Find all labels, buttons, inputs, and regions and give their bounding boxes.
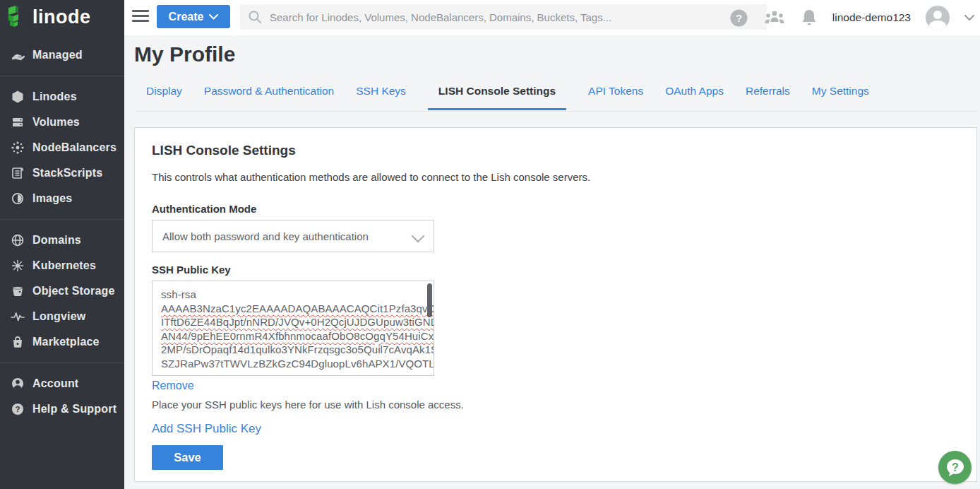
globe-icon — [10, 233, 25, 247]
pulse-icon — [10, 310, 25, 324]
sidebar-divider — [0, 76, 124, 76]
sidebar-item-images[interactable]: Images — [0, 186, 124, 211]
managed-hand-icon — [10, 48, 25, 62]
svg-text:?: ? — [736, 12, 742, 24]
linode-cube-icon — [10, 90, 25, 104]
panel-description: This controls what authentication method… — [152, 171, 960, 183]
profile-tabs: DisplayPassword & AuthenticationSSH Keys… — [134, 82, 977, 112]
ssh-key-help-text: Place your SSH public keys here for use … — [152, 399, 960, 411]
create-button[interactable]: Create — [157, 5, 230, 28]
sidebar-item-volumes[interactable]: Volumes — [0, 110, 124, 135]
question-circle-icon: ? — [10, 402, 25, 416]
svg-text:?: ? — [15, 405, 20, 413]
help-fab-button[interactable]: ? — [938, 451, 972, 484]
person-circle-icon — [10, 377, 25, 391]
images-disc-icon — [10, 192, 25, 206]
ssh-key-line: AN44/9pEhEE0rnmR4XfbhnmocaafObO8cOgqY54H… — [161, 329, 425, 343]
save-button[interactable]: Save — [152, 445, 223, 470]
tab-my-settings[interactable]: My Settings — [812, 82, 869, 110]
panel-heading: LISH Console Settings — [152, 143, 960, 158]
ssh-key-line: AAAAB3NzaC1yc2EAAAADAQABAAACAQCit1Pzfa3q… — [161, 302, 425, 316]
chevron-down-icon — [412, 233, 424, 246]
kubernetes-wheel-icon — [10, 259, 25, 273]
sidebar-item-stackscripts[interactable]: StackScripts — [0, 160, 124, 186]
search-input[interactable] — [270, 11, 736, 23]
avatar[interactable] — [926, 6, 950, 30]
authentication-mode-value: Allow both password and key authenticati… — [162, 230, 369, 242]
chevron-down-icon — [209, 14, 218, 20]
volumes-stack-icon — [10, 115, 25, 129]
hamburger-menu-icon[interactable] — [132, 10, 149, 24]
sidebar-item-label: NodeBalancers — [32, 141, 116, 154]
sidebar-item-label: Volumes — [32, 116, 80, 129]
lish-settings-panel: LISH Console Settings This controls what… — [134, 127, 977, 482]
sidebar-item-label: Linodes — [32, 90, 77, 103]
tab-password-authentication[interactable]: Password & Authentication — [204, 82, 334, 110]
shopping-bag-icon — [10, 335, 25, 349]
sidebar-item-linodes[interactable]: Linodes — [0, 84, 124, 110]
tab-lish-console-settings[interactable]: LISH Console Settings — [428, 82, 566, 110]
sidebar-item-longview[interactable]: Longview — [0, 304, 124, 329]
tab-oauth-apps[interactable]: OAuth Apps — [665, 82, 724, 110]
help-icon[interactable]: ? — [729, 8, 748, 28]
notifications-bell-icon[interactable] — [801, 8, 818, 28]
sidebar-item-label: Account — [32, 377, 78, 390]
top-bar: linode Create ? — [0, 0, 980, 35]
sidebar-item-label: Longview — [32, 310, 85, 323]
sidebar-item-label: Managed — [32, 49, 83, 61]
sidebar-item-label: StackScripts — [32, 167, 102, 179]
tab-referrals[interactable]: Referrals — [746, 82, 790, 110]
stackscript-scroll-icon — [10, 166, 25, 180]
brand-name: linode — [32, 6, 91, 28]
sidebar-divider — [0, 219, 124, 220]
tab-ssh-keys[interactable]: SSH Keys — [356, 82, 406, 110]
sidebar-item-nodebalancers[interactable]: NodeBalancers — [0, 135, 124, 160]
svg-text:?: ? — [952, 461, 959, 473]
ssh-public-key-label: SSH Public Key — [152, 264, 960, 276]
sidebar-item-managed[interactable]: Managed — [0, 42, 124, 68]
sidebar-item-label: Help & Support — [32, 403, 116, 416]
ssh-public-key-textarea[interactable]: ssh-rsaAAAAB3NzaC1yc2EAAAADAQABAAACAQCit… — [152, 281, 434, 376]
username-label[interactable]: linode-demo123 — [832, 11, 911, 24]
sidebar-item-label: Domains — [32, 234, 81, 247]
sidebar-divider — [0, 363, 124, 363]
authentication-mode-select[interactable]: Allow both password and key authenticati… — [152, 220, 434, 252]
user-menu-chevron-icon[interactable] — [964, 15, 974, 21]
add-ssh-public-key-link[interactable]: Add SSH Public Key — [152, 422, 261, 436]
global-search[interactable] — [240, 4, 767, 30]
ssh-key-line: SZJRaPw37tTWVLzBZkGzC94DgluopLv6hAPX1/VQ… — [161, 357, 425, 371]
textarea-scrollbar[interactable] — [427, 283, 432, 317]
tab-api-tokens[interactable]: API Tokens — [588, 82, 643, 110]
bucket-icon — [10, 284, 25, 298]
sidebar-item-account[interactable]: Account — [0, 371, 124, 396]
sidebar-item-kubernetes[interactable]: Kubernetes — [0, 253, 124, 278]
sidebar-item-help-support[interactable]: ?Help & Support — [0, 396, 124, 422]
page-title: My Profile — [134, 42, 235, 66]
sidebar-item-domains[interactable]: Domains — [0, 228, 124, 253]
remove-key-link[interactable]: Remove — [152, 379, 194, 392]
sidebar-item-marketplace[interactable]: Marketplace — [0, 329, 124, 355]
chat-question-icon: ? — [945, 457, 966, 478]
sidebar-item-object-storage[interactable]: Object Storage — [0, 278, 124, 304]
ssh-key-line: ITftD6ZE44BqJpt/nNRD/JVQv+0H2QcjUJDGUpuw… — [161, 315, 425, 329]
linode-logo-icon — [6, 5, 28, 30]
sidebar-item-label: Marketplace — [32, 336, 100, 348]
tab-display[interactable]: Display — [146, 82, 182, 110]
community-icon[interactable] — [763, 8, 786, 27]
sidebar-item-label: Images — [32, 192, 72, 205]
sidebar-item-label: Kubernetes — [32, 259, 96, 272]
nodebalancer-icon — [10, 141, 25, 155]
linode-logo[interactable]: linode — [0, 0, 124, 35]
create-button-label: Create — [169, 11, 204, 23]
ssh-key-line: ssh-rsa — [161, 288, 425, 302]
search-icon — [248, 10, 262, 24]
sidebar-item-label: Object Storage — [32, 285, 115, 297]
authentication-mode-label: Authentication Mode — [152, 203, 960, 215]
sidebar-nav: ManagedLinodesVolumesNodeBalancersStackS… — [0, 35, 124, 489]
ssh-key-line: 2MP/sDrOpaqf14d1qulko3YNkFrzqsgc3o5Quil7… — [161, 343, 425, 357]
